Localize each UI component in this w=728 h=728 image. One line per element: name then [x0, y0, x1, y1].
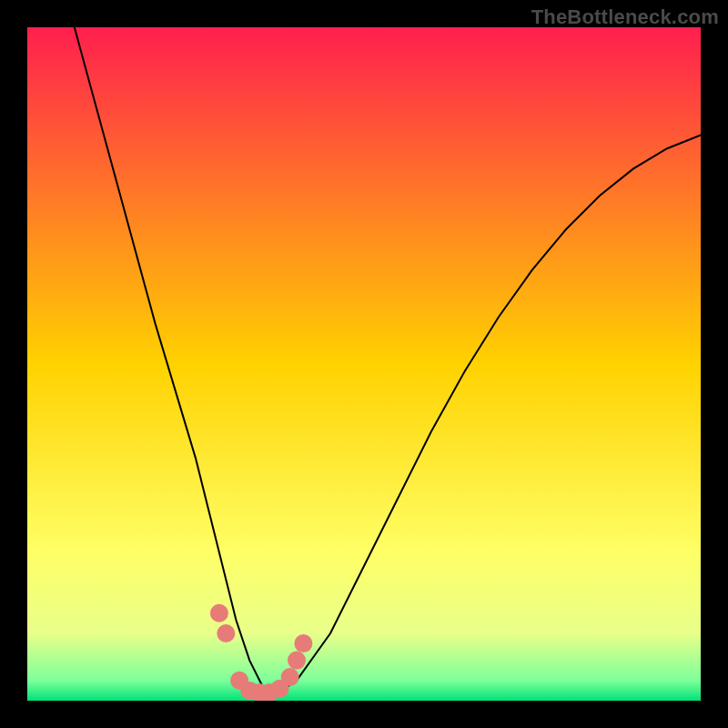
- marker-optimal-zone-markers: [288, 652, 306, 670]
- marker-optimal-zone-markers: [294, 634, 312, 652]
- marker-optimal-zone-markers: [217, 624, 235, 642]
- chart-svg: [27, 27, 701, 701]
- gradient-background: [27, 27, 701, 701]
- marker-optimal-zone-markers: [281, 668, 299, 686]
- watermark-text: TheBottleneck.com: [531, 5, 719, 29]
- marker-optimal-zone-markers: [210, 604, 228, 622]
- plot-area: [27, 27, 701, 701]
- chart-frame: TheBottleneck.com: [0, 0, 728, 728]
